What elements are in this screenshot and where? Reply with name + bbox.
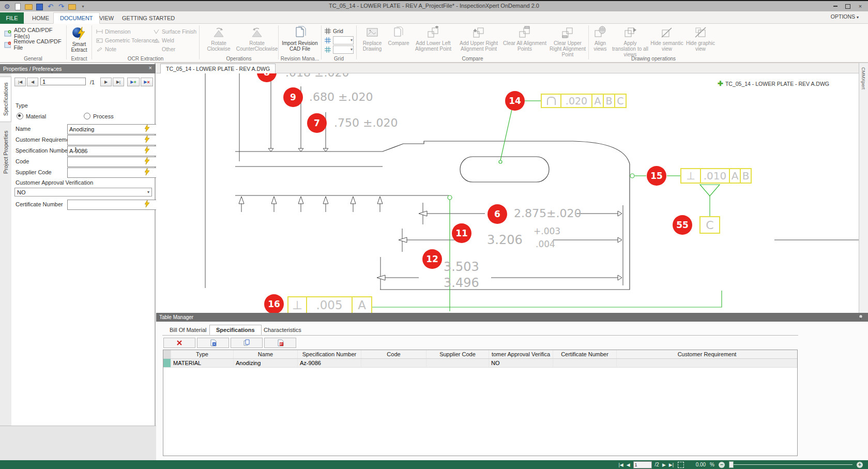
process-radio[interactable]: Process [84,113,114,119]
dimension-6-text[interactable]: 2.875±.020 [514,207,581,220]
clear-upper-right-alignment-button[interactable]: Clear Upper Right Alignment Point [548,26,587,57]
document-tab[interactable]: TC_05_14 - LOWER PLATE - REV A.DWG [160,64,276,73]
dimension-8-text[interactable]: .018 ±.020 [285,73,349,79]
dimension-7-text[interactable]: .750 ±.020 [334,116,398,129]
pin-icon[interactable] [49,67,54,73]
remove-cad-pdf-button[interactable]: Remove CAD/PDF File [4,40,66,49]
lightning-icon[interactable] [145,146,149,156]
dimension-12-upper-text[interactable]: 3.503 [444,260,479,274]
page-number-input[interactable] [633,461,652,468]
lightning-icon[interactable] [145,200,149,209]
replace-drawing-button[interactable]: Replace Drawing [359,26,386,52]
tab-bill-of-material[interactable]: Bill Of Material [163,325,213,335]
fit-to-window-button[interactable] [678,462,684,468]
zoom-sl-handle[interactable] [729,461,734,468]
lightning-icon[interactable] [145,168,149,177]
last-page-button[interactable]: ▶| [669,462,674,467]
column-name[interactable]: Name [234,350,298,358]
lightning-icon[interactable] [145,125,149,134]
previous-record-button[interactable]: ◀ [27,78,38,86]
column-code[interactable]: Code [361,350,427,358]
last-record-button[interactable]: ▶| [113,78,124,86]
grid-spacing-combo[interactable]: ▾ [325,36,354,45]
first-record-button[interactable]: |◀ [14,78,26,86]
previous-page-button[interactable]: ◀ [627,462,630,467]
record-number-input[interactable] [40,78,86,85]
rotate-counterclockwise-button[interactable]: Rotate CounterClockwise [238,26,276,52]
drawing-canvas[interactable]: 8 9 7 14 15 55 6 11 12 16 .018 ±.020 .68… [156,73,859,313]
delete-record-button[interactable]: ▶× [141,78,153,86]
column-type[interactable]: Type [171,350,234,358]
delete-row-button[interactable] [163,338,195,348]
ocr-geometric-tolerances-button[interactable]: Geometric Tolerances [96,36,158,44]
balloon-7[interactable]: 7 [307,113,327,133]
grid-toggle[interactable]: Grid [325,26,354,36]
fcf-15[interactable]: ⊥ .010 A B [681,168,752,184]
align-views-button[interactable]: Align views [590,26,611,52]
smart-extract-button[interactable]: Smart Extract [69,26,89,53]
drawing-reference-label[interactable]: ✚ TC_05_14 - LOWER PLATE - REV A.DWG [718,80,829,87]
balloon-15[interactable]: 15 [647,166,666,186]
column-customer-requirement[interactable]: Customer Requirement [617,350,797,358]
ocr-weld-button[interactable]: Weld [153,36,196,44]
tab-characteristics[interactable]: Characteristics [257,325,308,335]
add-cad-pdf-button[interactable]: ADD CAD/PDF File(s) [4,28,66,38]
grid-style-combo[interactable]: ▾ [325,45,354,54]
close-panel-icon[interactable]: × [149,65,152,71]
zoom-out-button[interactable]: – [719,462,725,468]
tab-home[interactable]: HOME [26,12,55,24]
balloon-6[interactable]: 6 [488,204,507,224]
ocr-surface-finish-button[interactable]: Surface Finish [153,27,196,36]
export-excel-button[interactable] [197,338,229,348]
options-menu[interactable]: OPTIONS ▾ [831,13,859,20]
balloon-14[interactable]: 14 [505,91,525,111]
zoom-slider[interactable] [729,461,852,468]
hide-graphic-view-button[interactable]: Hide graphic view [685,26,716,52]
copy-table-button[interactable] [231,338,263,348]
balloon-16[interactable]: 16 [264,294,284,313]
pin-icon[interactable] [858,314,863,320]
zoom-in-button[interactable]: + [857,462,863,468]
clear-all-alignment-button[interactable]: Clear All Alignment Points [502,26,547,52]
ocr-dimension-button[interactable]: Dimension [96,27,158,36]
dimension-9-text[interactable]: .680 ±.020 [309,90,373,103]
dimension-12-lower-text[interactable]: 3.496 [444,276,479,290]
balloon-11[interactable]: 11 [452,223,471,243]
add-lower-left-alignment-button[interactable]: Add Lower Left Alignment Point [412,26,455,52]
column-certificate-number[interactable]: Certificate Number [553,350,617,358]
balloon-55[interactable]: 55 [673,215,692,235]
import-revision-button[interactable]: Import Revision CAD File [280,26,319,52]
fcf-14[interactable]: .020 A B C [542,94,627,108]
tab-specifications[interactable]: Specifications [209,325,262,335]
cmmxpert-side-tab[interactable]: CMMXpert [859,63,868,313]
add-record-button[interactable]: ▶+ [127,78,140,86]
column-spec-number[interactable]: Specification Number [298,350,361,358]
table-row[interactable]: MATERIAL Anodizing Az-9086 NO [163,359,797,368]
dimension-11-text[interactable]: 3.206 [487,233,523,247]
column-customer-approval-verification[interactable]: tomer Approval Verifica [489,350,553,358]
first-page-button[interactable]: |◀ [618,462,623,467]
side-tab-specifications[interactable]: Specifications [0,77,11,122]
fcf-16[interactable]: ⊥ .005 A [288,296,372,313]
balloon-12[interactable]: 12 [422,249,442,269]
compare-button[interactable]: Compare [387,26,410,46]
maximize-button[interactable] [842,2,854,10]
export-pdf-button[interactable] [264,338,296,348]
next-page-button[interactable]: ▶ [662,462,666,467]
lightning-icon[interactable] [145,135,149,145]
ocr-note-button[interactable]: Note [96,44,158,53]
lightning-icon[interactable] [145,157,149,167]
material-radio[interactable]: Material [17,113,46,119]
add-upper-right-alignment-button[interactable]: Add Upper Right Alignment Point [456,26,501,52]
minimize-button[interactable] [830,2,841,10]
column-supplier-code[interactable]: Supplier Code [427,350,489,358]
customer-approval-dropdown[interactable]: NO▾ [14,188,152,196]
close-button[interactable]: × [855,2,866,10]
tab-file[interactable]: FILE [0,12,24,24]
datum-c-box[interactable]: C [701,216,720,234]
balloon-9[interactable]: 9 [283,87,303,107]
next-record-button[interactable]: ▶ [100,78,112,86]
tab-getting-started[interactable]: GETTING STARTED [116,12,181,24]
rotate-clockwise-button[interactable]: Rotate Clockwise [203,26,235,52]
ocr-other-button[interactable]: Other [153,44,196,53]
